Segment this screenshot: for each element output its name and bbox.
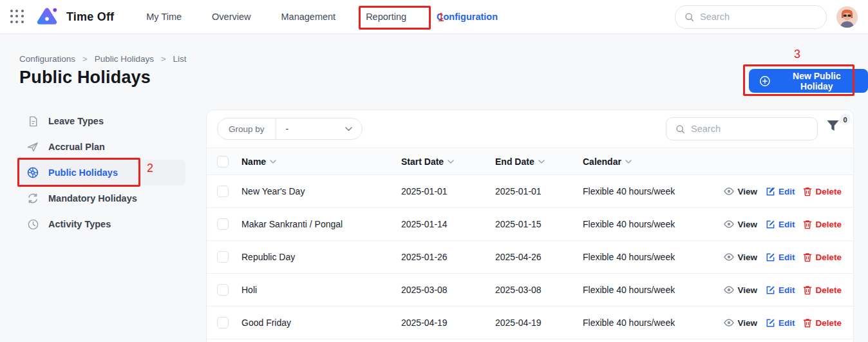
top-navbar: Time Off My Time Overview Management Rep… [0,0,868,34]
edit-button[interactable]: Edit [766,318,795,328]
sidebar-item-public-holidays[interactable]: Public Holidays [18,160,185,185]
group-by-control[interactable]: Group by - [217,118,363,140]
sidebar-item-leave-types[interactable]: Leave Types [18,108,185,134]
nav-management[interactable]: Management [281,12,336,22]
end-date: 2025-01-01 [495,186,583,196]
chevron-down-icon [345,127,352,131]
delete-button[interactable]: Delete [803,285,842,295]
chevron-right-icon: > [161,54,166,64]
edit-pencil-icon [766,220,775,229]
nav-reporting[interactable]: Reporting [366,12,406,22]
breadcrumb-list[interactable]: List [173,54,187,64]
filter-button[interactable]: 0 [826,119,848,138]
calendar-value: Flexible 40 hours/week [583,219,710,229]
column-header-start-date[interactable]: Start Date [401,157,495,167]
view-button[interactable]: View [724,220,757,229]
edit-button[interactable]: Edit [766,220,795,229]
eye-icon [724,319,734,327]
trash-icon [803,220,812,229]
holiday-name: Republic Day [241,252,401,262]
edit-button[interactable]: Edit [766,187,795,196]
page-title: Public Holidays [19,68,151,88]
table-toolbar: Group by - 0 [207,110,853,147]
global-search-input[interactable] [700,12,817,22]
table-search-input[interactable] [691,124,808,134]
start-date: 2025-01-01 [401,186,495,196]
nav-overview[interactable]: Overview [212,12,250,22]
delete-button[interactable]: Delete [803,252,842,262]
trash-icon [803,318,812,328]
sidebar-item-label: Accrual Plan [48,142,105,152]
row-checkbox[interactable] [217,284,229,296]
holiday-name: New Year's Day [241,186,401,196]
view-button[interactable]: View [724,187,757,196]
trash-icon [803,252,812,262]
edit-button[interactable]: Edit [766,285,795,295]
edit-pencil-icon [766,252,775,262]
new-public-holiday-button[interactable]: New Public Holiday [749,69,868,93]
calendar-value: Flexible 40 hours/week [583,186,710,196]
wheel-icon [26,166,39,179]
view-button[interactable]: View [724,285,757,295]
send-icon [26,140,39,153]
column-header-name[interactable]: Name [241,157,401,167]
table-row: Republic Day 2025-01-26 2025-04-26 Flexi… [207,241,853,274]
edit-button[interactable]: Edit [766,252,795,262]
group-by-value: - [286,124,289,134]
eye-icon [724,220,734,228]
sidebar-item-accrual-plan[interactable]: Accrual Plan [18,134,185,160]
calendar-value: Flexible 40 hours/week [583,318,710,328]
sidebar-item-label: Mandatory Holidays [48,193,137,204]
page: Time Off My Time Overview Management Rep… [0,0,868,342]
view-button[interactable]: View [724,252,757,262]
breadcrumb-configurations[interactable]: Configurations [19,54,75,64]
delete-button[interactable]: Delete [803,318,842,328]
row-checkbox[interactable] [217,185,229,197]
row-checkbox[interactable] [217,317,229,328]
group-by-select[interactable]: - [276,119,362,139]
end-date: 2025-04-19 [495,318,583,328]
column-header-calendar[interactable]: Calendar [583,157,710,167]
column-header-end-date[interactable]: End Date [495,157,583,167]
sidebar-item-label: Activity Types [48,219,111,229]
table-header-row: Name Start Date End Date Calendar [207,147,853,175]
edit-pencil-icon [766,187,775,196]
row-checkbox[interactable] [217,218,229,230]
eye-icon [724,187,734,195]
sidebar-item-label: Public Holidays [48,167,118,178]
filter-count-badge: 0 [840,114,851,125]
filter-funnel-icon [826,119,840,132]
end-date: 2025-03-08 [495,285,583,295]
sidebar-item-activity-types[interactable]: Activity Types [18,211,185,237]
start-date: 2025-01-26 [401,252,495,262]
chevron-right-icon: > [82,54,88,64]
config-sidebar: Leave Types Accrual Plan Public Holidays… [18,108,185,237]
select-all-checkbox[interactable] [217,156,229,167]
start-date: 2025-04-19 [401,318,495,328]
user-avatar[interactable] [836,6,858,28]
start-date: 2025-01-14 [401,219,495,229]
app-grid-icon[interactable] [10,10,24,24]
sidebar-item-mandatory-holidays[interactable]: Mandatory Holidays [18,185,185,211]
main-nav: My Time Overview Management Reporting Co… [146,12,498,22]
end-date: 2025-04-26 [495,252,583,262]
view-button[interactable]: View [724,318,757,328]
start-date: 2025-03-08 [401,285,495,295]
table-row: New Year's Day 2025-01-01 2025-01-01 Fle… [207,175,853,208]
search-icon [675,124,685,135]
nav-my-time[interactable]: My Time [146,12,182,22]
nav-configuration[interactable]: Configuration [437,12,498,22]
sort-chevron-icon [270,160,276,164]
calendar-value: Flexible 40 hours/week [583,252,710,262]
group-by-label: Group by [218,119,276,139]
table-search[interactable] [666,117,818,140]
table-row: Good Friday 2025-04-19 2025-04-19 Flexib… [207,307,853,339]
delete-button[interactable]: Delete [803,220,842,229]
row-checkbox[interactable] [217,251,229,263]
delete-button[interactable]: Delete [803,187,842,196]
sort-chevron-icon [538,160,545,164]
edit-pencil-icon [766,285,775,295]
breadcrumb-public-holidays[interactable]: Public Holidays [95,54,154,64]
global-search[interactable] [675,5,827,29]
eye-icon [724,253,734,261]
